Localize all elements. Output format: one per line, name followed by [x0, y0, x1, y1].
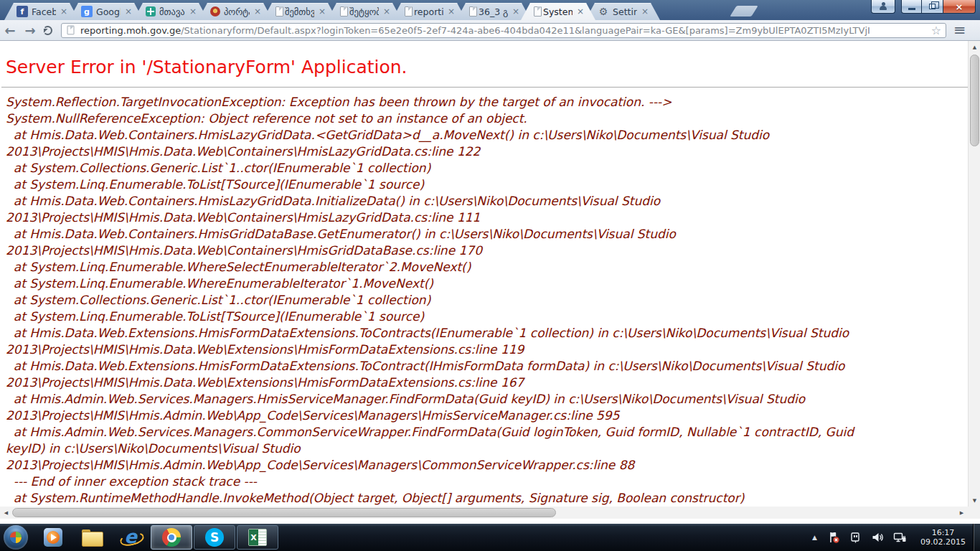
- tab-title: Settings: [613, 6, 637, 17]
- tab-settings[interactable]: ⚙ Settings ×: [585, 3, 660, 20]
- red-emblem-favicon-icon: [210, 6, 220, 17]
- tab-title: პორტალი: [224, 6, 250, 17]
- error-page-title: Server Error in '/StationaryForm' Applic…: [6, 57, 980, 77]
- chrome-button[interactable]: [151, 525, 192, 550]
- minimize-button[interactable]: [901, 0, 922, 14]
- tab-title: 36_3 გადაუ: [479, 6, 508, 17]
- tab-google[interactable]: g Google ×: [69, 3, 143, 20]
- excel-grid: [258, 529, 266, 545]
- profile-button[interactable]: [871, 0, 895, 14]
- stack-trace: System.Reflection.TargetInvocationExcept…: [6, 94, 980, 507]
- tab-close-icon[interactable]: ×: [575, 6, 585, 17]
- tab-title: მთავარი: [159, 6, 185, 17]
- page-favicon-icon: [534, 6, 542, 17]
- scroll-down-arrow[interactable]: ▼: [969, 494, 980, 507]
- start-button[interactable]: [4, 525, 28, 550]
- tab-close-icon[interactable]: ×: [188, 6, 198, 17]
- clock-date: 09.02.2015: [920, 537, 966, 547]
- url-text: reporting.moh.gov.ge/Stationaryform/Defa…: [80, 25, 928, 36]
- tab-close-icon[interactable]: ×: [59, 6, 69, 17]
- internet-explorer-icon: e: [121, 528, 141, 547]
- tab-close-icon[interactable]: ×: [382, 6, 392, 17]
- desktop-screen: f Facebook × g Google × მთავარი × პორტალ…: [0, 0, 980, 551]
- tab-close-icon[interactable]: ×: [446, 6, 456, 17]
- restore-button[interactable]: [922, 0, 943, 14]
- person-icon: [879, 3, 887, 10]
- gear-icon: ⚙: [598, 6, 609, 17]
- page-icon: [67, 26, 75, 35]
- new-tab-button[interactable]: [730, 6, 758, 17]
- excel-button[interactable]: X: [237, 525, 278, 550]
- tray-expand-icon[interactable]: ▲: [812, 534, 817, 541]
- folder-icon: [82, 529, 102, 545]
- vertical-scrollbar[interactable]: ▲ ▼: [968, 41, 980, 507]
- tab-reporting[interactable]: reporting.m ×: [392, 3, 466, 20]
- taskbar-items: e S X: [34, 524, 279, 551]
- tab-close-icon[interactable]: ×: [123, 6, 133, 17]
- skype-button[interactable]: S: [194, 525, 235, 550]
- tab-title: reporting.m: [414, 6, 443, 17]
- tab-portali[interactable]: პორტალი ×: [198, 3, 273, 20]
- power-plug-icon[interactable]: [849, 532, 862, 544]
- clock-time: 16:17: [920, 528, 966, 537]
- horizontal-scrollbar[interactable]: ◀ ▶: [0, 507, 968, 519]
- divider: [1, 87, 971, 88]
- media-player-button[interactable]: [34, 524, 72, 551]
- browser-toolbar: ← → reporting.moh.gov.ge/Stationaryform/…: [0, 20, 980, 41]
- back-button[interactable]: ←: [0, 23, 20, 38]
- tab-facebook[interactable]: f Facebook ×: [4, 3, 79, 20]
- facebook-favicon-icon: f: [17, 6, 28, 17]
- close-icon: ×: [956, 1, 963, 12]
- scroll-left-arrow[interactable]: ◀: [0, 507, 12, 519]
- internet-explorer-button[interactable]: e: [111, 524, 150, 551]
- url-domain: reporting.moh.gov.ge: [80, 25, 181, 36]
- green-shield-favicon-icon: [146, 6, 156, 17]
- tab-shemtkhvevis[interactable]: შემთხვევის ×: [263, 3, 337, 20]
- network-icon[interactable]: [893, 532, 907, 544]
- scroll-up-arrow[interactable]: ▲: [969, 41, 980, 53]
- action-center-flag-icon[interactable]: [827, 531, 840, 544]
- media-player-icon: [44, 528, 62, 547]
- tab-title: შეტყობინე: [349, 6, 379, 17]
- volume-icon[interactable]: [871, 531, 884, 544]
- explorer-button[interactable]: [72, 524, 111, 551]
- tabs: f Facebook × g Google × მთავარი × პორტალ…: [0, 3, 660, 20]
- page-favicon-icon: [275, 6, 283, 17]
- tab-close-icon[interactable]: ×: [253, 6, 263, 17]
- close-button[interactable]: ×: [943, 0, 976, 14]
- chrome-icon: [162, 528, 181, 547]
- tab-mtavari[interactable]: მთავარი ×: [133, 3, 208, 20]
- page-content: Server Error in '/StationaryForm' Applic…: [0, 41, 980, 524]
- tab-close-icon[interactable]: ×: [317, 6, 327, 17]
- forward-button[interactable]: →: [20, 23, 40, 38]
- page-favicon-icon: [405, 6, 413, 17]
- minimize-icon: [908, 8, 915, 10]
- tab-title: System.Refl: [543, 6, 573, 17]
- google-favicon-icon: g: [81, 6, 93, 17]
- reload-button[interactable]: [43, 26, 52, 35]
- tab-shetqobine[interactable]: შეტყობინე ×: [327, 3, 402, 20]
- address-bar[interactable]: reporting.moh.gov.ge/Stationaryform/Defa…: [61, 23, 946, 38]
- horizontal-scroll-thumb[interactable]: [12, 508, 556, 517]
- scroll-right-arrow[interactable]: ▶: [956, 507, 968, 519]
- skype-icon: S: [205, 528, 224, 547]
- tab-36-3-gadau[interactable]: 36_3 გადაუ ×: [456, 3, 531, 20]
- page-favicon-icon: [340, 6, 348, 17]
- tab-close-icon[interactable]: ×: [640, 6, 650, 17]
- clock[interactable]: 16:17 09.02.2015: [920, 528, 966, 547]
- windows-logo-icon: [10, 532, 22, 543]
- vertical-scroll-thumb[interactable]: [970, 55, 979, 146]
- show-desktop-button[interactable]: [973, 524, 980, 551]
- tab-system-reflection-active[interactable]: System.Refl ×: [521, 3, 595, 20]
- window-controls: ×: [871, 0, 976, 14]
- system-tray: ▲: [812, 524, 980, 551]
- bookmark-star-icon[interactable]: ☆: [931, 24, 941, 37]
- tab-title: Facebook: [32, 6, 56, 17]
- excel-icon: X: [248, 529, 267, 546]
- tab-strip: f Facebook × g Google × მთავარი × პორტალ…: [0, 0, 980, 20]
- page-favicon-icon: [469, 6, 477, 17]
- taskbar: e S X ▲: [0, 524, 980, 551]
- tab-close-icon[interactable]: ×: [511, 6, 521, 17]
- tab-title: Google: [96, 6, 121, 17]
- menu-icon[interactable]: ≡: [953, 23, 966, 37]
